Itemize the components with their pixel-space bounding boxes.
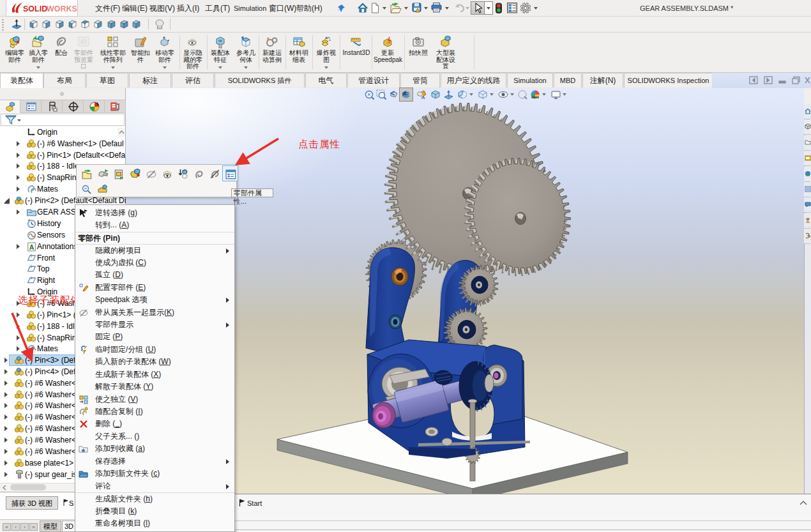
svg-text:A: A <box>29 243 34 251</box>
svg-text:A: A <box>421 95 425 100</box>
